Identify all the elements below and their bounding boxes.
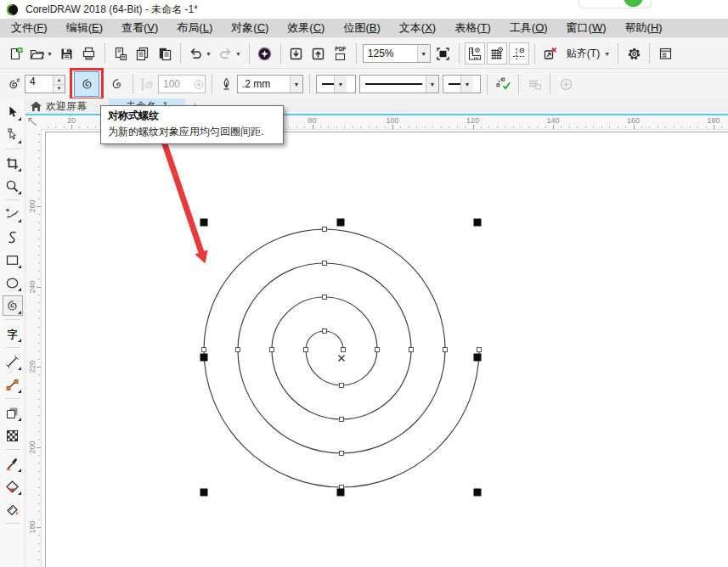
rulers-toggle[interactable] [465,42,485,65]
fullscreen-preview-button[interactable] [433,42,454,65]
new-document-button[interactable] [5,42,25,65]
menu-item-o-9[interactable]: 工具(O) [500,19,557,37]
zoom-tool[interactable] [3,176,23,196]
menu-item-t-8[interactable]: 表格(T) [445,19,500,37]
vruler-dot [38,182,40,183]
chevron-down-icon[interactable]: ▼ [290,76,302,93]
app-launcher-button[interactable] [255,42,275,65]
chevron-down-icon[interactable]: ▼ [426,76,438,93]
drawing-canvas[interactable] [41,129,728,567]
close-curve-button[interactable] [493,73,513,95]
zoom-level-combobox[interactable]: 125%▼ [363,44,431,63]
freehand-tool[interactable] [3,204,23,224]
crop-tool[interactable] [3,153,23,173]
copy-icon [135,47,150,61]
paste-button[interactable] [155,42,175,65]
hruler-dot [376,126,377,128]
menu-item-h-11[interactable]: 帮助(H) [616,19,672,37]
color-eyedropper-tool[interactable] [3,453,23,474]
ruler-origin-corner[interactable] [25,115,41,129]
guidelines-icon [511,47,526,61]
vruler-dot [38,487,40,488]
dimension-tool[interactable] [3,351,23,372]
drop-shadow-tool[interactable] [3,402,23,423]
ellipse-tool[interactable] [3,272,23,293]
chevron-down-icon[interactable]: ▼ [417,45,430,62]
vertical-ruler[interactable]: 260240220200180 [25,129,42,567]
copy-button[interactable] [133,42,153,65]
menu-item-e-1[interactable]: 编辑(E) [57,19,112,37]
import-button[interactable] [286,42,307,65]
menu-item-f-0[interactable]: 文件(F) [2,19,57,37]
chevron-down-icon[interactable]: ▼ [460,76,473,93]
snap-to-dropdown[interactable]: 贴齐(T)▼ [562,42,612,65]
cut-button[interactable] [110,42,131,65]
hruler-dot [618,126,618,128]
guidelines-toggle[interactable] [509,42,529,65]
chevron-down-icon[interactable]: ▼ [206,51,212,57]
quick-customize-button[interactable] [556,73,576,95]
hruler-dot [537,126,538,128]
menu-item-c-4[interactable]: 对象(C) [222,19,278,37]
quick-customize-icon [559,77,573,92]
logarithmic-spiral-button[interactable] [107,73,127,95]
menu-item-w-10[interactable]: 窗口(W) [557,19,616,37]
vruler-dot [38,318,40,319]
end-arrowhead-combobox[interactable]: ▼ [443,75,481,93]
flyout-indicator [18,339,21,342]
export-icon [311,47,325,61]
interactive-fill-tool[interactable] [3,476,23,497]
grid-toggle[interactable] [487,42,507,65]
open-button[interactable]: ▼ [27,42,55,65]
spiral-tool[interactable] [3,295,23,316]
home-icon[interactable] [29,99,43,114]
snap-off-button[interactable] [540,42,561,65]
outline-width-combobox[interactable]: .2 mm▼ [237,75,303,93]
chevron-down-icon[interactable]: ▼ [604,51,610,57]
hruler-dot [95,126,96,128]
vruler-label: 260 [28,194,37,218]
tab-welcome-screen[interactable]: 欢迎屏幕 [46,98,87,114]
options-button[interactable] [624,42,644,65]
docker-button[interactable] [655,42,675,65]
symmetric-spiral-button[interactable] [74,71,99,97]
hruler-dot [304,126,305,128]
spinner-arrows[interactable]: ▲▼ [53,76,65,93]
hruler-dot [328,126,329,128]
save-button[interactable] [57,42,77,65]
line-style-combobox[interactable]: ▼ [359,75,439,93]
menu-item-v-2[interactable]: 查看(V) [112,19,167,37]
start-arrowhead-combobox[interactable]: ▼ [316,75,356,93]
hruler-dot [649,126,650,128]
rectangle-tool[interactable] [3,250,23,270]
hruler-tick [313,125,313,129]
chevron-down-icon[interactable]: ▼ [47,51,53,57]
menu-item-c-5[interactable]: 效果(C) [278,19,334,37]
shape-tool[interactable] [3,125,23,145]
chevron-down-icon[interactable]: ▼ [334,76,347,93]
spiral-revolutions-input[interactable]: 4▲▼ [25,75,65,93]
curve-tool[interactable] [3,227,23,247]
vruler-dot [38,374,40,375]
print-button[interactable] [79,42,99,65]
pick-tool[interactable] [3,102,23,122]
export-button[interactable] [308,42,329,65]
transparency-tool[interactable] [3,425,23,446]
connector-tool[interactable] [3,374,23,395]
text-tool[interactable]: 字 [3,323,23,344]
menu-item-b-6[interactable]: 位图(B) [334,19,389,37]
wrap-text-button[interactable] [524,73,545,95]
vruler-dot [38,511,40,512]
flyout-indicator [18,418,21,421]
menu-item-x-7[interactable]: 文本(X) [390,19,445,37]
print-icon [82,47,96,61]
coreldraw-logo-icon [6,3,19,16]
chevron-down-icon[interactable]: ▼ [235,51,241,57]
menu-item-l-3[interactable]: 布局(L) [167,19,222,37]
smart-fill-tool[interactable] [3,499,23,519]
snap-to-dropdown-label: 贴齐(T) [567,47,600,61]
redo-button[interactable]: ▼ [216,42,244,65]
hruler-dot [385,126,386,128]
undo-button[interactable]: ▼ [186,42,214,65]
publish-pdf-button[interactable]: PDF [330,42,351,65]
